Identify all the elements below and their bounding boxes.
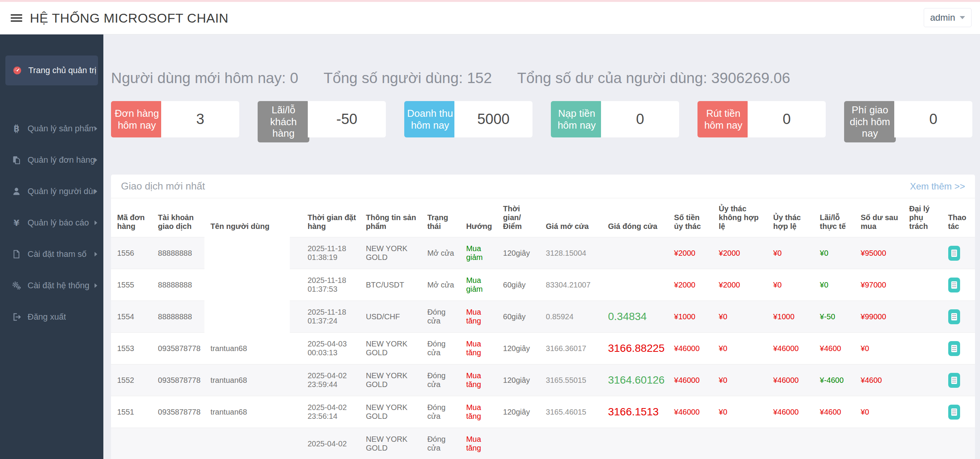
cell-close-price: 3164.60126 xyxy=(602,364,668,396)
col-invalid-entrust: Ủy thác không hợp lệ xyxy=(713,198,767,237)
col-period: Thời gian/Điểm xyxy=(497,198,540,237)
cell-username: trantuan68 xyxy=(204,333,302,364)
cell-balance-after: ¥4600 xyxy=(854,364,903,396)
cell-order-id: 1554 xyxy=(111,301,152,333)
cell-balance-after: ¥97000 xyxy=(854,269,903,301)
cell-product: BTC/USDT xyxy=(360,269,421,301)
transaction-row: 1553 0935878778 trantuan68 2025-04-03 00… xyxy=(111,333,975,364)
col-close-price: Giá đóng cửa xyxy=(602,198,668,237)
sidebar-item-system-settings[interactable]: Cài đặt hệ thống xyxy=(0,270,103,301)
cell-actions xyxy=(942,269,975,301)
cell-status: Mở cửa xyxy=(421,237,460,269)
cell-valid-entrust: ¥1000 xyxy=(767,301,814,333)
order-detail-icon xyxy=(951,281,957,289)
sidebar-item-orders[interactable]: Quản lý đơn hàng xyxy=(0,144,103,176)
col-username: Tên người dùng xyxy=(204,198,302,237)
stat-cards: Đơn hàng hôm nay 3 Lãi/lỗ khách hàng -50… xyxy=(111,101,975,142)
transaction-row: 1556 88888888 2025-11-18 01:38:19 NEW YO… xyxy=(111,237,975,269)
view-order-button[interactable] xyxy=(948,246,960,261)
svg-text:¥: ¥ xyxy=(13,218,19,228)
cell-open-price: 3166.36017 xyxy=(540,333,602,364)
col-order-time: Thời gian đặt hàng xyxy=(301,198,359,237)
cell-entrust-amount: ¥46000 xyxy=(668,396,713,428)
chevron-right-icon xyxy=(95,126,97,131)
sidebar: Trang chủ quản trị B Quản lý sản phẩm Qu… xyxy=(0,34,103,459)
sidebar-item-label: Quản lý sản phẩm xyxy=(28,124,95,134)
cell-username: trantuan68 xyxy=(204,396,302,428)
col-account: Tài khoản giao dịch xyxy=(152,198,204,237)
cell-close-price xyxy=(602,237,668,269)
cell-status: Đóng cửa xyxy=(421,333,460,364)
cell-close-price: 3166.1513 xyxy=(602,396,668,428)
cell-agent xyxy=(903,269,942,301)
transaction-row: 1555 88888888 2025-11-18 01:37:53 BTC/US… xyxy=(111,269,975,301)
latest-transactions-panel: Giao dịch mới nhất Xem thêm >> Mã đơn hà… xyxy=(111,175,975,443)
user-icon xyxy=(11,186,21,196)
cell-product: NEW YORK GOLD xyxy=(360,333,421,364)
cell-username xyxy=(204,301,302,333)
cell-product: NEW YORK GOLD xyxy=(360,428,421,459)
cell-account: 0935878778 xyxy=(152,364,204,396)
sidebar-item-reports[interactable]: ¥ Quản lý báo cáo xyxy=(0,207,103,238)
cell-direction: Mua tăng xyxy=(460,396,497,428)
transactions-table: Mã đơn hàng Tài khoản giao dịch Tên ngườ… xyxy=(111,198,975,459)
col-agent: Đại lý phụ trách xyxy=(903,198,942,237)
cell-close-price: 0.34834 xyxy=(602,301,668,333)
cell-entrust-amount xyxy=(668,428,713,459)
cell-agent xyxy=(903,237,942,269)
cell-order-id xyxy=(111,428,152,459)
cell-valid-entrust xyxy=(767,428,814,459)
sidebar-item-parameters[interactable]: Cài đặt tham số xyxy=(0,238,103,270)
cell-invalid-entrust xyxy=(713,428,767,459)
logout-icon xyxy=(11,312,21,322)
sidebar-item-label: Đăng xuất xyxy=(28,312,66,322)
topbar: HỆ THỐNG MICROSOFT CHAIN admin xyxy=(0,0,980,34)
cell-actions xyxy=(942,428,975,459)
sidebar-item-dashboard[interactable]: Trang chủ quản trị xyxy=(5,56,98,85)
cell-valid-entrust: ¥46000 xyxy=(767,333,814,364)
cell-product: NEW YORK GOLD xyxy=(360,364,421,396)
cell-product: NEW YORK GOLD xyxy=(360,237,421,269)
cell-balance-after: ¥95000 xyxy=(854,237,903,269)
col-status: Trạng thái xyxy=(421,198,460,237)
col-open-price: Giá mở cửa xyxy=(540,198,602,237)
cell-actual-pnl: ¥-4600 xyxy=(814,364,855,396)
cell-entrust-amount: ¥1000 xyxy=(668,301,713,333)
cell-order-time: 2025-04-02 23:56:14 xyxy=(301,396,359,428)
see-more-link[interactable]: Xem thêm >> xyxy=(910,181,965,192)
cell-actual-pnl: ¥4600 xyxy=(814,333,855,364)
cell-invalid-entrust: ¥0 xyxy=(713,364,767,396)
user-menu-dropdown[interactable]: admin xyxy=(924,8,972,27)
sidebar-item-logout[interactable]: Đăng xuất xyxy=(0,301,103,333)
cell-order-time: 2025-04-02 23:59:44 xyxy=(301,364,359,396)
cell-username xyxy=(204,237,302,269)
cell-actions xyxy=(942,237,975,269)
sidebar-item-products[interactable]: B Quản lý sản phẩm xyxy=(0,113,103,144)
cell-valid-entrust: ¥0 xyxy=(767,269,814,301)
card-customer-pnl: Lãi/lỗ khách hàng -50 xyxy=(258,101,387,142)
sidebar-item-users[interactable]: Quản lý người dùng xyxy=(0,176,103,207)
cell-agent xyxy=(903,364,942,396)
col-product: Thông tin sản phẩm xyxy=(360,198,421,237)
view-order-button[interactable] xyxy=(948,405,960,420)
cell-order-time: 2025-11-18 01:37:53 xyxy=(301,269,359,301)
cell-username: trantuan68 xyxy=(204,364,302,396)
cell-invalid-entrust: ¥0 xyxy=(713,301,767,333)
menu-toggle-icon[interactable] xyxy=(11,13,22,23)
card-withdrawals-today: Rút tiền hôm nay 0 xyxy=(697,101,827,137)
cell-status: Đóng cửa xyxy=(421,396,460,428)
sidebar-item-label: Quản lý người dùng xyxy=(28,186,95,196)
view-order-button[interactable] xyxy=(948,278,960,292)
cell-balance-after xyxy=(854,428,903,459)
cell-agent xyxy=(903,428,942,459)
cell-actions xyxy=(942,301,975,333)
view-order-button[interactable] xyxy=(948,373,960,388)
cell-balance-after: ¥0 xyxy=(854,396,903,428)
cell-actual-pnl: ¥0 xyxy=(814,269,855,301)
cell-account: 88888888 xyxy=(152,237,204,269)
view-order-button[interactable] xyxy=(948,309,960,324)
cell-status: Mở cửa xyxy=(421,269,460,301)
view-order-button[interactable] xyxy=(948,341,960,356)
transactions-tbody: 1556 88888888 2025-11-18 01:38:19 NEW YO… xyxy=(111,237,975,459)
cell-open-price: 3165.55015 xyxy=(540,364,602,396)
